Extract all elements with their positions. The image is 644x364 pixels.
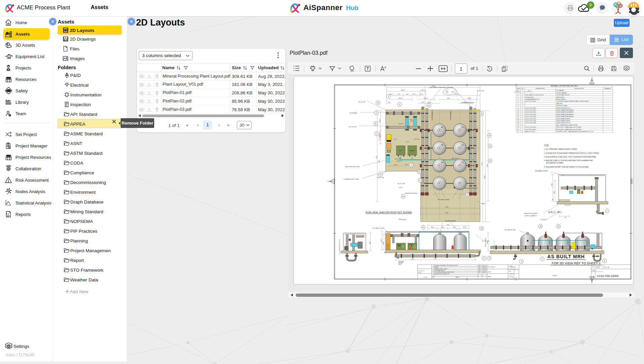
svg-text:13: 13 [419, 180, 421, 181]
svg-text:V21-4-Y56-12003: V21-4-Y56-12003 [525, 113, 536, 115]
svg-text:V21-4-Y56-12008: V21-4-Y56-12008 [525, 122, 536, 124]
svg-text:V21-4-Y56-12005: V21-4-Y56-12005 [525, 118, 536, 120]
svg-text:F2: F2 [462, 144, 464, 146]
svg-text:7629: 7629 [445, 206, 448, 208]
svg-text:8950: 8950 [376, 156, 377, 158]
svg-text:Chkd: Chkd [488, 271, 491, 273]
svg-text:11: 11 [517, 111, 519, 113]
svg-text:1344: 1344 [369, 241, 371, 244]
svg-text:1508: 1508 [451, 91, 455, 93]
svg-text:20.02.19: 20.02.19 [483, 270, 486, 271]
svg-text:1259: 1259 [397, 94, 400, 95]
svg-text:AS BUILT MRH: AS BUILT MRH [547, 254, 585, 259]
svg-text:AS BUILT: AS BUILT [435, 267, 439, 268]
svg-text:SIGNAL IN: SIGNAL IN [396, 161, 401, 162]
svg-text:10000: 10000 [484, 176, 485, 179]
svg-text:3589.3: 3589.3 [424, 98, 428, 99]
svg-text:ITEM/DWG No.: ITEM/DWG No. [535, 88, 545, 89]
svg-text:V21-4-Y56-12001: V21-4-Y56-12001 [525, 109, 536, 111]
svg-text:CONDUITE: CONDUITE [540, 219, 547, 221]
svg-text:PRESSURE RELIEF VALVE: PRESSURE RELIEF VALVE [461, 102, 474, 103]
svg-text:AIR COMPRESSOR & AIR DRYER: AIR COMPRESSOR & AIR DRYER [556, 124, 577, 126]
svg-text:7: 7 [518, 103, 519, 104]
svg-text:15: 15 [540, 226, 542, 227]
svg-text:146 ref: 146 ref [411, 259, 415, 260]
svg-text:V21-4-Y56-12004: V21-4-Y56-12004 [525, 116, 536, 117]
svg-text:LAYOUT: LAYOUT [553, 275, 558, 276]
svg-text:SHELTER SUPPORTS: SHELTER SUPPORTS [345, 166, 360, 168]
svg-text:SHINMAYWA NRS 100: SHINMAYWA NRS 100 [525, 98, 540, 100]
svg-text:1: 1 [522, 107, 523, 109]
svg-text:12: 12 [418, 171, 420, 173]
svg-text:QTY: QTY [521, 88, 524, 89]
svg-text:12: 12 [428, 105, 430, 106]
svg-text:FUTURE FILTERS: FUTURE FILTERS [438, 199, 449, 200]
svg-text:3619.2: 3619.2 [398, 98, 402, 99]
svg-text:2: 2 [522, 118, 523, 120]
svg-text:12: 12 [517, 113, 519, 115]
svg-text:Rev:: Rev: [604, 266, 607, 268]
svg-text:10: 10 [517, 109, 519, 111]
svg-text:50 typ all sides: 50 typ all sides [565, 204, 571, 206]
svg-text:1: 1 [522, 109, 523, 111]
svg-text:SAFETY: SAFETY [6, 90, 11, 92]
svg-text:1: 1 [522, 124, 523, 126]
svg-text:TOP OF FILTERS: TOP OF FILTERS [485, 238, 486, 247]
svg-text:MR: MR [479, 267, 480, 268]
svg-text:F6: F6 [441, 126, 443, 128]
svg-text:7829: 7829 [434, 258, 436, 260]
svg-text:15: 15 [489, 160, 491, 162]
svg-text:UV BYPASS: UV BYPASS [349, 112, 357, 114]
svg-text:2200: 2200 [383, 242, 384, 244]
svg-text:2570 ref: 2570 ref [406, 141, 410, 143]
svg-text:PLAN VIEW -SHELTER ROOF NOT SH: PLAN VIEW -SHELTER ROOF NOT SHOWN [366, 211, 412, 214]
svg-text:1: 1 [522, 126, 523, 128]
svg-text:2: 2 [522, 94, 523, 96]
svg-text:1: 1 [522, 111, 523, 113]
svg-text:20: 20 [480, 113, 482, 115]
svg-text:2. CONNECTION TO BACKWASH TERM: 2. CONNECTION TO BACKWASH TERMINATION PO… [544, 152, 599, 154]
svg-text:1: 1 [522, 116, 523, 117]
svg-text:SIGNAL IN: SIGNAL IN [410, 113, 415, 115]
svg-text:5504: 5504 [447, 224, 449, 226]
svg-text:DN300 PIPING SPOOL: DN300 PIPING SPOOL [556, 122, 571, 124]
svg-text:15: 15 [481, 228, 483, 229]
svg-text:V21-4 Y56-11000: V21-4 Y56-11000 [525, 100, 536, 102]
svg-text:5. BACKWASH WATER TO BE RETURN: 5. BACKWASH WATER TO BE RETURNED TO FLOW… [544, 166, 589, 168]
svg-text:FLEXIBLE JOINT- CHALLANGER MOD: FLEXIBLE JOINT- CHALLANGER MODEL AF469SF… [556, 131, 593, 132]
svg-text:DESCRIPTION: DESCRIPTION [574, 88, 584, 89]
svg-text:AIR 1000mm: AIR 1000mm [452, 158, 459, 159]
svg-text:FILTER BANK A: FILTER BANK A [431, 110, 433, 120]
svg-text:2719: 2719 [394, 164, 397, 166]
svg-text:RL 117.050: RL 117.050 [398, 183, 405, 184]
svg-text:Created with Autodesk Inventor: Created with Autodesk Inventor [339, 238, 340, 255]
svg-text:PRESSURE RELIEF VALVE: PRESSURE RELIEF VALVE [405, 193, 418, 194]
svg-text:FRP FILTER - BEBEL Aquasafe FU: FRP FILTER - BEBEL Aquasafe FUTURE [556, 129, 581, 130]
svg-text:8: 8 [518, 105, 519, 106]
svg-text:1209.4: 1209.4 [463, 227, 466, 228]
svg-text:GENERAL UPDATE - AS BUILT: GENERAL UPDATE - AS BUILT [435, 268, 448, 270]
svg-text:FUTURE UV UNIT: FUTURE UV UNIT [535, 170, 548, 172]
svg-text:UV FILTRATION UNIT: UV FILTRATION UNIT [556, 94, 570, 96]
svg-text:16: 16 [377, 102, 379, 104]
svg-text:1: 1 [522, 92, 523, 94]
svg-text:2540: 2540 [381, 239, 382, 242]
svg-text:2: 2 [518, 92, 519, 94]
svg-text:NOTE:: NOTE: [544, 144, 549, 146]
svg-text:FOR 3D VIEW REF TO SHEET 2: FOR 3D VIEW REF TO SHEET 2 [552, 261, 600, 265]
svg-text:Drg No.: Drg No. [592, 270, 596, 271]
svg-text:FILTER CABINET: FILTER CABINET [556, 92, 567, 94]
svg-text:SHELTER: SHELTER [556, 103, 562, 104]
svg-text:1200: 1200 [406, 94, 409, 95]
svg-text:4: 4 [518, 96, 519, 98]
svg-text:05.08.20: 05.08.20 [483, 267, 486, 268]
svg-text:19: 19 [402, 196, 404, 197]
svg-text:2862: 2862 [379, 160, 380, 163]
svg-text:KERB PLINTH UNDER: KERB PLINTH UNDER [524, 213, 538, 214]
svg-text:SUPPLY AIR: SUPPLY AIR [414, 139, 419, 140]
svg-text:FLEXIBLE JOINTS ADDED, TOP SL: FLEXIBLE JOINTS ADDED, TOP SL DIM 630 GR… [435, 265, 458, 266]
svg-text:2825.5: 2825.5 [467, 98, 471, 99]
svg-text:18: 18 [517, 126, 519, 128]
svg-text:CONCRETE SLAB, PIPEWORK AND CO: CONCRETE SLAB, PIPEWORK AND CONDUIT ASSY [556, 100, 589, 102]
svg-text:INLET: INLET [481, 203, 485, 204]
